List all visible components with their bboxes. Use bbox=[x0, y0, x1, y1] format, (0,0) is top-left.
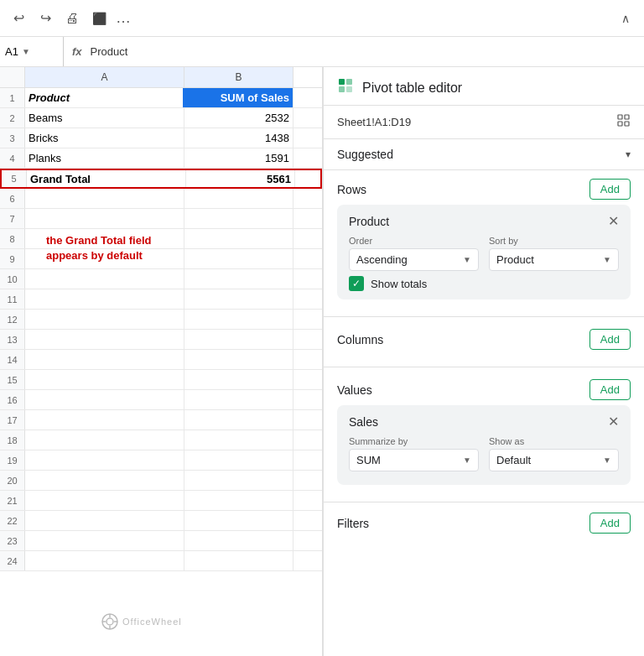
cell-col-a[interactable] bbox=[25, 209, 184, 228]
cell-col-a[interactable] bbox=[25, 350, 184, 369]
sort-by-label: Sort by bbox=[489, 236, 619, 246]
spreadsheet: A B 1ProductSUM of Sales2Beams25323Brick… bbox=[0, 67, 323, 656]
table-row[interactable]: 13 bbox=[0, 330, 322, 350]
collapse-icon[interactable]: ∧ bbox=[615, 12, 636, 25]
cell-col-b[interactable]: 2532 bbox=[184, 108, 293, 128]
col-header-b[interactable]: B bbox=[184, 67, 293, 87]
cell-col-a[interactable] bbox=[25, 511, 184, 530]
table-row[interactable]: 23 bbox=[0, 531, 322, 551]
cell-reference[interactable]: A1 ▼ bbox=[5, 37, 64, 66]
cell-col-b[interactable] bbox=[184, 370, 293, 389]
cell-col-b[interactable] bbox=[184, 350, 293, 369]
cell-col-b[interactable] bbox=[184, 390, 293, 409]
values-sales-close-icon[interactable]: ✕ bbox=[608, 414, 619, 430]
cell-ref-dropdown-icon[interactable]: ▼ bbox=[22, 47, 30, 56]
cell-col-b[interactable] bbox=[184, 269, 293, 289]
cell-col-a[interactable] bbox=[25, 390, 184, 409]
table-row[interactable]: 6 bbox=[0, 189, 322, 209]
table-row[interactable]: 14 bbox=[0, 350, 322, 370]
cell-col-b[interactable]: 1438 bbox=[184, 128, 293, 148]
col-header-a[interactable]: A bbox=[25, 67, 184, 87]
suggested-section-header[interactable]: Suggested ▾ bbox=[324, 139, 644, 170]
show-as-select[interactable]: Default ▼ bbox=[489, 449, 619, 471]
cell-col-a[interactable] bbox=[25, 310, 184, 329]
cell-col-a[interactable] bbox=[25, 330, 184, 349]
cell-col-b[interactable] bbox=[184, 410, 293, 430]
table-row[interactable]: 17 bbox=[0, 410, 322, 430]
cell-col-b[interactable]: 5561 bbox=[186, 170, 295, 187]
summarize-by-label: Summarize by bbox=[349, 436, 479, 446]
cell-col-b[interactable] bbox=[184, 491, 293, 510]
cell-col-a[interactable] bbox=[25, 450, 184, 470]
table-row[interactable]: 15 bbox=[0, 370, 322, 390]
cell-col-a[interactable] bbox=[25, 471, 184, 490]
table-row[interactable]: 2Beams2532 bbox=[0, 108, 322, 128]
table-row[interactable]: 18 bbox=[0, 430, 322, 450]
cell-col-b[interactable] bbox=[184, 430, 293, 450]
table-row[interactable]: 19 bbox=[0, 450, 322, 471]
table-row[interactable]: 21 bbox=[0, 491, 322, 511]
print-icon[interactable]: 🖨 bbox=[62, 11, 82, 26]
cell-col-a[interactable] bbox=[25, 531, 184, 550]
cell-col-a[interactable] bbox=[25, 430, 184, 450]
table-row[interactable]: 10 bbox=[0, 269, 322, 289]
cell-col-a[interactable] bbox=[25, 289, 184, 309]
show-totals-label: Show totals bbox=[371, 278, 427, 290]
cell-col-a[interactable]: Beams bbox=[25, 108, 184, 128]
table-row[interactable]: 1ProductSUM of Sales bbox=[0, 88, 322, 108]
table-row[interactable]: 4Planks1591 bbox=[0, 148, 322, 169]
table-row[interactable]: 16 bbox=[0, 390, 322, 410]
cell-col-b[interactable] bbox=[184, 189, 293, 208]
cell-col-b[interactable] bbox=[184, 249, 293, 268]
cell-col-b[interactable] bbox=[184, 511, 293, 530]
rows-add-button[interactable]: Add bbox=[589, 179, 631, 200]
cell-col-b[interactable] bbox=[184, 310, 293, 329]
table-row[interactable]: 11 bbox=[0, 289, 322, 310]
cell-col-a[interactable] bbox=[25, 491, 184, 510]
filters-add-button[interactable]: Add bbox=[589, 513, 631, 534]
redo-icon[interactable]: ↪ bbox=[35, 10, 55, 26]
cell-col-b[interactable] bbox=[184, 531, 293, 550]
columns-add-button[interactable]: Add bbox=[589, 329, 631, 350]
cell-col-a[interactable] bbox=[25, 410, 184, 430]
cell-col-b[interactable] bbox=[184, 289, 293, 309]
cell-col-b[interactable] bbox=[184, 450, 293, 470]
cell-col-a[interactable]: Bricks bbox=[25, 128, 184, 148]
pivot-source-grid-icon[interactable] bbox=[617, 114, 631, 130]
cell-col-a[interactable]: Planks bbox=[25, 148, 184, 168]
table-row[interactable]: 3Bricks1438 bbox=[0, 128, 322, 148]
divider-rows-columns bbox=[324, 316, 644, 317]
rows-product-close-icon[interactable]: ✕ bbox=[608, 213, 619, 229]
cell-col-a[interactable]: Product bbox=[25, 88, 184, 107]
cell-col-b[interactable] bbox=[184, 229, 293, 248]
show-totals-checkbox[interactable]: ✓ bbox=[349, 276, 364, 291]
summarize-by-select[interactable]: SUM ▼ bbox=[349, 449, 479, 471]
cell-col-b[interactable] bbox=[184, 551, 293, 570]
cell-col-a[interactable] bbox=[25, 269, 184, 289]
cell-col-b[interactable]: SUM of Sales bbox=[184, 88, 293, 107]
cell-col-b[interactable] bbox=[184, 330, 293, 349]
values-add-button[interactable]: Add bbox=[589, 379, 631, 400]
svg-rect-8 bbox=[339, 86, 345, 92]
cell-col-b[interactable] bbox=[184, 209, 293, 228]
table-row[interactable]: 12 bbox=[0, 310, 322, 330]
more-options-icon[interactable]: … bbox=[116, 9, 131, 27]
cell-col-a[interactable] bbox=[25, 370, 184, 389]
undo-icon[interactable]: ↩ bbox=[8, 10, 29, 26]
cell-col-a[interactable]: Grand Total bbox=[27, 170, 186, 187]
format-painter-icon[interactable]: ⬛ bbox=[89, 12, 109, 25]
table-row[interactable]: 24 bbox=[0, 551, 322, 571]
cell-col-a[interactable] bbox=[25, 551, 184, 570]
show-totals-row: ✓ Show totals bbox=[349, 276, 619, 291]
svg-rect-10 bbox=[618, 115, 622, 119]
sort-by-select[interactable]: Product ▼ bbox=[489, 248, 619, 271]
pivot-source-row[interactable]: Sheet1!A1:D19 bbox=[324, 106, 644, 139]
table-row[interactable]: 20 bbox=[0, 471, 322, 491]
cell-col-b[interactable] bbox=[184, 471, 293, 490]
table-row[interactable]: 22 bbox=[0, 511, 322, 531]
cell-col-a[interactable] bbox=[25, 189, 184, 208]
table-row[interactable]: 5Grand Total5561 bbox=[0, 169, 322, 189]
cell-col-b[interactable]: 1591 bbox=[184, 148, 293, 168]
order-select[interactable]: Ascending ▼ bbox=[349, 248, 479, 271]
svg-rect-6 bbox=[339, 79, 345, 85]
